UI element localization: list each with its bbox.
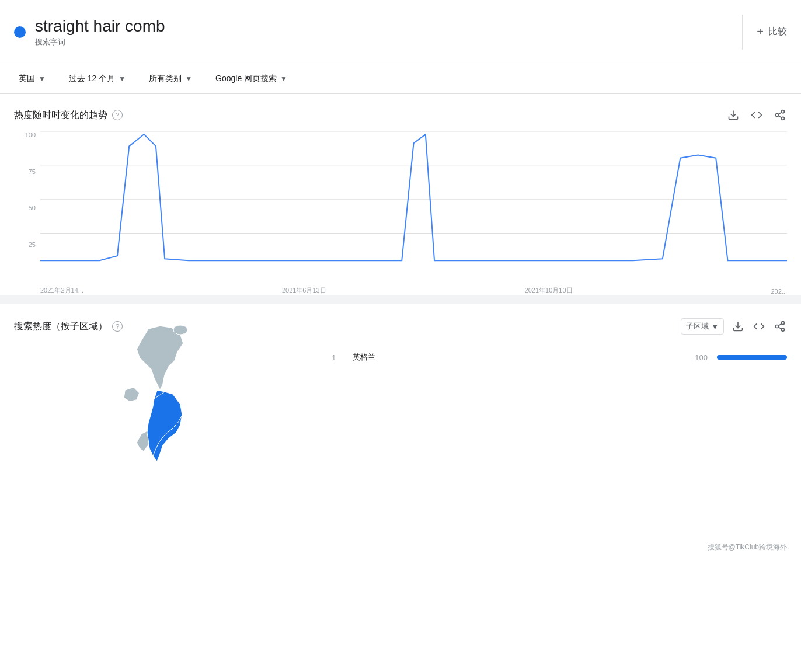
compare-block[interactable]: + 比较 (757, 25, 787, 39)
svg-point-12 (782, 322, 785, 325)
filter-region[interactable]: 英国 ▼ (14, 71, 50, 86)
trend-title-row: 热度随时时变化的趋势 ? (14, 109, 123, 121)
filter-source[interactable]: Google 网页搜索 ▼ (211, 71, 292, 86)
trend-actions (726, 108, 787, 122)
sub-region-button[interactable]: 子区域 ▼ (681, 318, 724, 335)
svg-line-15 (778, 327, 782, 329)
trend-section-header: 热度随时时变化的趋势 ? (14, 108, 787, 122)
x-label-oct: 2021年10月10日 (525, 286, 573, 295)
svg-line-16 (778, 323, 782, 325)
filter-period-label: 过去 12 个月 (69, 74, 115, 84)
filter-category[interactable]: 所有类别 ▼ (144, 71, 197, 86)
y-label-50: 50 (29, 204, 36, 211)
filter-category-label: 所有类别 (149, 74, 182, 84)
svg-line-4 (778, 116, 782, 117)
rank-bar-container-1 (717, 355, 787, 360)
map-embed-icon[interactable] (752, 319, 766, 333)
search-term-block: straight hair comb 搜索字词 (14, 16, 728, 48)
x-label-feb: 2021年2月14... (40, 286, 83, 295)
sub-region-label: 子区域 (686, 321, 709, 332)
svg-point-3 (782, 117, 785, 120)
compare-label: 比较 (768, 26, 787, 38)
share-icon[interactable] (773, 108, 787, 122)
filter-source-label: Google 网页搜索 (215, 74, 277, 84)
y-axis-labels: 100 75 50 25 (14, 131, 40, 277)
y-label-25: 25 (29, 241, 36, 248)
header-section: straight hair comb 搜索字词 + 比较 (0, 0, 801, 64)
search-term-title: straight hair comb (35, 16, 165, 36)
rank-score-1: 100 (690, 353, 708, 362)
svg-point-17 (173, 325, 187, 335)
y-label-75: 75 (29, 168, 36, 175)
map-share-icon[interactable] (773, 319, 787, 333)
search-term-dot (14, 26, 26, 38)
trend-chart-container: 100 75 50 25 2021年2月14... 2021年6月13日 202… (14, 131, 787, 295)
search-term-text: straight hair comb 搜索字词 (35, 16, 165, 48)
map-section: 搜索热度（按子区域） ? 子区域 ▼ (0, 300, 801, 535)
map-download-icon[interactable] (731, 319, 745, 333)
filter-region-arrow: ▼ (39, 75, 46, 83)
svg-point-14 (782, 328, 785, 331)
svg-point-13 (776, 325, 779, 328)
ranking-area: 1 英格兰 100 (332, 346, 787, 521)
trend-help-icon[interactable]: ? (112, 110, 123, 120)
filter-category-arrow: ▼ (185, 75, 192, 83)
x-label-jan: 202... (771, 288, 787, 295)
rank-num-1: 1 (332, 353, 343, 362)
map-content: 1 英格兰 100 (14, 346, 787, 521)
uk-map-svg (67, 323, 265, 545)
rank-bar-1 (717, 355, 787, 360)
y-label-100: 100 (25, 131, 36, 138)
filter-period-arrow: ▼ (119, 75, 126, 83)
watermark-text: 搜狐号@TikClub跨境海外 (708, 543, 787, 551)
filter-source-arrow: ▼ (280, 75, 287, 83)
svg-point-2 (776, 114, 779, 117)
x-label-jun: 2021年6月13日 (282, 286, 326, 295)
sub-region-arrow: ▼ (711, 322, 719, 331)
download-icon[interactable] (726, 108, 740, 122)
filter-region-label: 英国 (19, 74, 35, 84)
x-axis-labels: 2021年2月14... 2021年6月13日 2021年10月10日 202.… (40, 277, 787, 295)
svg-point-1 (782, 110, 785, 113)
compare-plus-icon: + (757, 25, 764, 39)
trend-section: 热度随时时变化的趋势 ? (0, 94, 801, 295)
header-divider (742, 15, 743, 50)
ranking-row-1: 1 英格兰 100 (332, 352, 787, 363)
map-area (14, 346, 318, 521)
svg-line-5 (778, 112, 782, 114)
embed-icon[interactable] (750, 108, 764, 122)
sub-region-controls: 子区域 ▼ (681, 318, 787, 335)
rank-name-1: 英格兰 (353, 352, 681, 363)
filter-period[interactable]: 过去 12 个月 ▼ (64, 71, 130, 86)
trend-title: 热度随时时变化的趋势 (14, 109, 107, 121)
filter-bar: 英国 ▼ 过去 12 个月 ▼ 所有类别 ▼ Google 网页搜索 ▼ (0, 64, 801, 94)
section-divider (0, 295, 801, 300)
trend-chart-svg (40, 131, 787, 267)
search-term-subtitle: 搜索字词 (35, 37, 165, 47)
